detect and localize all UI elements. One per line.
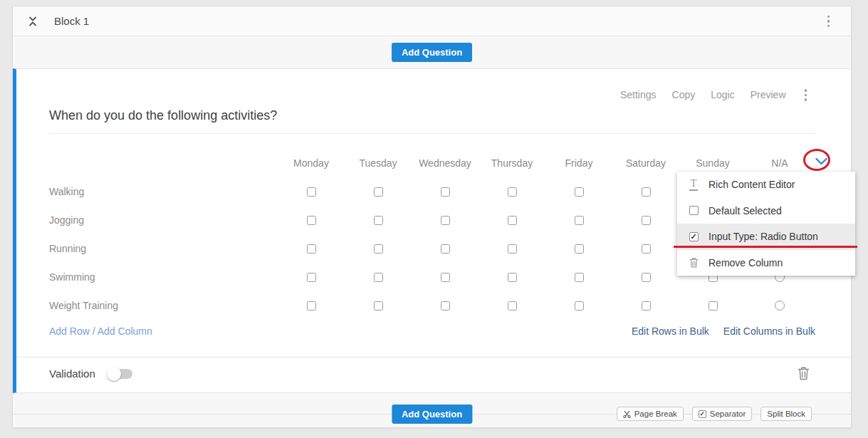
checkbox-unchecked-icon — [688, 206, 699, 215]
menu-item-rich-content-editor[interactable]: T Rich Content Editor — [677, 172, 855, 198]
matrix-cell — [612, 206, 679, 234]
menu-item-default-selected[interactable]: Default Selected — [677, 198, 855, 224]
edit-columns-bulk-link[interactable]: Edit Columns in Bulk — [723, 325, 815, 337]
logic-link[interactable]: Logic — [711, 89, 734, 100]
menu-item-label: Default Selected — [708, 205, 782, 217]
matrix-row-label[interactable]: Walking — [49, 177, 278, 206]
validation-label: Validation — [49, 367, 95, 380]
checkbox-icon[interactable] — [307, 216, 316, 225]
preview-link[interactable]: Preview — [751, 89, 786, 100]
menu-item-label: Rich Content Editor — [708, 179, 795, 190]
checkbox-icon[interactable] — [508, 187, 517, 197]
matrix-row-label[interactable]: Swimming — [49, 263, 278, 291]
menu-item-remove-column[interactable]: Remove Column — [677, 250, 855, 276]
checkbox-icon[interactable] — [575, 187, 584, 197]
checkbox-icon[interactable] — [441, 273, 450, 282]
checkbox-icon[interactable] — [307, 301, 316, 311]
survey-builder-page: Block 1 Add Question Settings Copy Logic… — [0, 0, 868, 438]
block-header: Block 1 — [13, 6, 851, 36]
checkbox-icon[interactable] — [642, 216, 651, 225]
checkbox-icon[interactable] — [575, 301, 584, 311]
matrix-cell — [345, 234, 412, 263]
scissors-icon — [623, 410, 631, 418]
matrix-cell — [679, 291, 746, 320]
column-header[interactable]: Wednesday — [412, 149, 479, 177]
checkbox-icon[interactable] — [642, 187, 651, 197]
checkbox-icon[interactable] — [441, 187, 450, 197]
page-break-button[interactable]: Page Break — [617, 407, 684, 421]
matrix-row-label[interactable]: Weight Training — [49, 291, 278, 320]
column-header[interactable]: Tuesday — [345, 149, 412, 177]
annotation-underline — [674, 246, 857, 248]
matrix-cell — [479, 291, 545, 320]
separator-label: Separator — [710, 410, 746, 418]
add-question-button-bottom[interactable]: Add Question — [392, 405, 472, 424]
collapse-block-icon[interactable] — [27, 16, 38, 27]
checkbox-icon[interactable] — [441, 216, 450, 225]
delete-question-button[interactable] — [798, 366, 810, 380]
add-column-link[interactable]: Add Column — [98, 325, 152, 337]
matrix-row-label[interactable]: Running — [49, 234, 278, 263]
checkbox-icon[interactable] — [508, 301, 517, 311]
checkbox-icon[interactable] — [575, 244, 584, 254]
link-separator: / — [93, 325, 95, 337]
block-options-kebab-icon[interactable] — [825, 12, 833, 30]
validation-toggle[interactable] — [108, 369, 132, 379]
column-header[interactable]: Monday — [278, 149, 345, 177]
column-options-menu: T Rich Content Editor Default Selected ✓… — [677, 172, 855, 276]
radio-icon[interactable] — [775, 301, 785, 311]
matrix-cell — [479, 263, 545, 291]
text-format-icon: T — [688, 178, 699, 191]
checkbox-icon[interactable] — [575, 216, 584, 225]
block-title[interactable]: Block 1 — [54, 15, 89, 27]
separator-button[interactable]: ✓ Separator — [692, 407, 753, 421]
matrix-cell — [345, 177, 412, 206]
checkbox-icon[interactable] — [307, 244, 316, 254]
checkbox-icon[interactable] — [508, 244, 517, 254]
matrix-cell — [278, 177, 345, 206]
checkbox-icon[interactable] — [575, 273, 584, 282]
checkbox-icon[interactable] — [374, 216, 383, 225]
matrix-cell — [278, 234, 345, 263]
matrix-cell — [612, 177, 679, 206]
checkbox-icon[interactable] — [374, 273, 383, 282]
add-question-button-top[interactable]: Add Question — [392, 43, 472, 62]
checkbox-icon[interactable] — [374, 301, 383, 311]
checkbox-icon[interactable] — [374, 187, 383, 197]
checkbox-icon[interactable] — [642, 273, 651, 282]
matrix-cell — [545, 291, 612, 320]
question-title[interactable]: When do you do the following activities? — [49, 108, 815, 134]
column-header[interactable]: Saturday — [612, 149, 679, 177]
matrix-row-label[interactable]: Jogging — [49, 206, 278, 234]
checkbox-icon[interactable] — [642, 244, 651, 254]
checkbox-icon[interactable] — [307, 187, 316, 197]
card-divider — [16, 357, 851, 358]
add-row-link[interactable]: Add Row — [49, 325, 90, 337]
matrix-add-links: Add Row / Add Column — [49, 325, 152, 337]
checkbox-icon[interactable] — [642, 301, 651, 311]
checkbox-icon[interactable] — [441, 244, 450, 254]
copy-link[interactable]: Copy — [672, 89, 696, 100]
checkbox-icon[interactable] — [508, 216, 517, 225]
checkbox-icon[interactable] — [307, 273, 316, 282]
matrix-cell — [278, 291, 345, 320]
matrix-corner-cell — [49, 149, 278, 177]
column-header[interactable]: Thursday — [479, 149, 545, 177]
split-block-button[interactable]: Split Block — [760, 407, 812, 421]
checkbox-icon[interactable] — [708, 301, 718, 311]
menu-item-label: Input Type: Radio Button — [708, 231, 818, 242]
toggle-knob — [107, 367, 121, 381]
checkbox-icon[interactable] — [508, 273, 517, 282]
settings-link[interactable]: Settings — [620, 89, 657, 100]
matrix-cell — [612, 263, 679, 291]
column-header[interactable]: Friday — [545, 149, 612, 177]
checkbox-icon[interactable] — [374, 244, 383, 254]
edit-rows-bulk-link[interactable]: Edit Rows in Bulk — [632, 325, 709, 337]
question-toolbar: Settings Copy Logic Preview — [620, 86, 810, 104]
matrix-cell — [412, 234, 479, 263]
matrix-cell — [479, 234, 545, 263]
add-question-zone-bottom: Add Question Page Break ✓ Separator Spli… — [13, 393, 851, 428]
question-options-kebab-icon[interactable] — [802, 86, 810, 104]
trash-icon — [798, 366, 810, 380]
checkbox-icon[interactable] — [441, 301, 450, 311]
